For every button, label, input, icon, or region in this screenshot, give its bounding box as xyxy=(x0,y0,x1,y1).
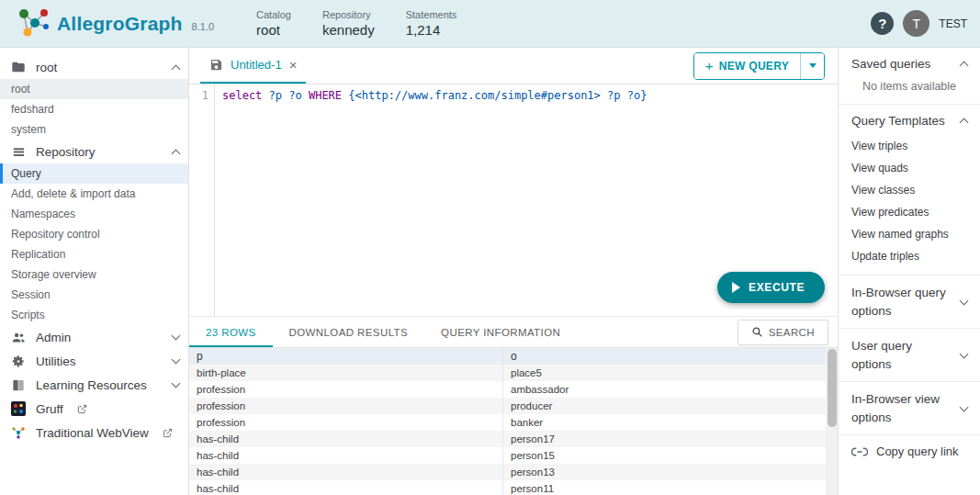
right-sidebar: Saved queries No items available Query T… xyxy=(838,48,980,495)
search-button[interactable]: SEARCH xyxy=(738,320,828,345)
search-label: SEARCH xyxy=(769,327,815,338)
sidebar-item-namespaces[interactable]: Namespaces xyxy=(0,204,188,224)
sidebar-group-learning-resources[interactable]: Learning Resources xyxy=(0,373,188,397)
cell-o: person13 xyxy=(502,464,826,480)
tab-download-results[interactable]: DOWNLOAD RESULTS xyxy=(273,317,425,347)
folder-icon xyxy=(9,60,28,74)
play-icon xyxy=(732,282,740,293)
external-link-icon xyxy=(77,404,87,414)
template-view-predicates[interactable]: View predicates xyxy=(839,201,980,223)
results-table: p o birth-place place5 profession ambass… xyxy=(189,348,838,495)
cell-o: banker xyxy=(502,414,826,431)
chevron-up-icon xyxy=(172,149,181,158)
gear-icon xyxy=(9,354,28,368)
template-view-quads[interactable]: View quads xyxy=(839,157,980,179)
sidebar-group-admin[interactable]: Admin xyxy=(0,325,188,349)
repository-icon xyxy=(9,145,28,159)
sidebar-item-repository-control[interactable]: Repository control xyxy=(0,224,188,244)
sidebar-item-fedshard[interactable]: fedshard xyxy=(0,99,188,119)
cell-p: profession xyxy=(189,400,502,411)
repository-label: Repository xyxy=(322,9,375,20)
chevron-up-icon xyxy=(960,62,969,71)
tab-untitled-1[interactable]: Untitled-1 × xyxy=(200,48,306,84)
sidebar-group-utilities[interactable]: Utilities xyxy=(0,349,188,373)
query-code-line[interactable]: select ?p ?o WHERE {<http://www.franz.co… xyxy=(215,84,654,316)
repo-stats: Catalog root Repository kennedy Statemen… xyxy=(256,9,456,38)
in-browser-query-options-section[interactable]: In-Browser query options xyxy=(839,275,980,328)
saved-queries-header[interactable]: Saved queries xyxy=(839,48,980,78)
cell-o: place5 xyxy=(502,365,826,381)
sidebar-item-storage-overview[interactable]: Storage overview xyxy=(0,264,188,285)
code-keyword: WHERE xyxy=(309,89,342,102)
sidebar-item-add-delete-import[interactable]: Add, delete & import data xyxy=(0,184,188,204)
results-panel: 23 ROWS DOWNLOAD RESULTS QUERY INFORMATI… xyxy=(189,317,838,495)
scrollbar-thumb[interactable] xyxy=(828,349,837,427)
username-label: TEST xyxy=(939,17,967,30)
column-header-o[interactable]: o xyxy=(502,348,826,365)
sidebar-item-scripts[interactable]: Scripts xyxy=(0,305,188,325)
sidebar-item-replication[interactable]: Replication xyxy=(0,244,188,264)
column-header-p[interactable]: p xyxy=(189,350,502,363)
new-query-button[interactable]: + NEW QUERY xyxy=(694,53,800,79)
close-icon[interactable]: × xyxy=(289,58,298,72)
in-browser-view-options-section[interactable]: In-Browser view options xyxy=(839,381,980,434)
sidebar-group-catalog-root[interactable]: root xyxy=(0,55,188,79)
cell-p: has-child xyxy=(189,483,502,494)
new-query-split-button: + NEW QUERY xyxy=(693,52,825,80)
in-browser-query-options-label: In-Browser query options xyxy=(851,284,948,320)
query-tab-bar: Untitled-1 × + NEW QUERY xyxy=(189,48,838,84)
new-query-label: NEW QUERY xyxy=(719,60,789,73)
query-editor[interactable]: 1 select ?p ?o WHERE {<http://www.franz.… xyxy=(189,84,838,317)
sidebar-item-system[interactable]: system xyxy=(0,119,188,140)
sidebar-item-query[interactable]: Query xyxy=(0,163,188,184)
vertical-scrollbar[interactable] xyxy=(826,348,838,495)
new-query-dropdown-button[interactable] xyxy=(800,53,824,79)
line-number-gutter: 1 xyxy=(189,84,215,316)
table-row[interactable]: has-child person11 xyxy=(189,480,826,495)
template-view-classes[interactable]: View classes xyxy=(839,179,980,201)
table-row[interactable]: birth-place place5 xyxy=(189,365,826,381)
code-variables: ?p ?o xyxy=(262,89,309,102)
chevron-down-icon xyxy=(172,379,181,388)
cell-o: ambassador xyxy=(502,381,826,398)
user-query-options-section[interactable]: User query options xyxy=(839,328,980,381)
query-templates-header[interactable]: Query Templates xyxy=(839,105,980,135)
template-update-triples[interactable]: Update triples xyxy=(839,245,980,267)
webview-graph-icon xyxy=(9,425,28,440)
traditional-webview-label: Traditional WebView xyxy=(36,426,149,440)
learning-resources-label: Learning Resources xyxy=(36,378,147,392)
cell-o: person17 xyxy=(502,431,826,447)
repository-value: kennedy xyxy=(322,22,375,38)
template-view-named-graphs[interactable]: View named graphs xyxy=(839,223,980,245)
table-row[interactable]: has-child person15 xyxy=(189,447,826,464)
sidebar-item-gruff[interactable]: Gruff xyxy=(0,397,188,421)
tab-rows[interactable]: 23 ROWS xyxy=(189,317,273,347)
repository-group-label: Repository xyxy=(36,145,96,159)
sidebar-group-repository[interactable]: Repository xyxy=(0,140,188,163)
table-row[interactable]: profession ambassador xyxy=(189,381,826,398)
table-row[interactable]: profession banker xyxy=(189,414,826,431)
catalog-value: root xyxy=(256,22,291,38)
sidebar-item-root[interactable]: root xyxy=(0,79,188,99)
template-view-triples[interactable]: View triples xyxy=(839,135,980,157)
table-row[interactable]: has-child person13 xyxy=(189,464,826,480)
gruff-label: Gruff xyxy=(36,402,63,416)
utilities-group-label: Utilities xyxy=(36,354,76,368)
plus-icon: + xyxy=(705,58,714,73)
table-row[interactable]: has-child person17 xyxy=(189,431,826,447)
copy-query-link[interactable]: Copy query link xyxy=(839,434,980,467)
tab-query-information[interactable]: QUERY INFORMATION xyxy=(424,317,577,347)
results-tab-bar: 23 ROWS DOWNLOAD RESULTS QUERY INFORMATI… xyxy=(189,317,838,348)
catalog-stat: Catalog root xyxy=(256,9,291,38)
execute-button[interactable]: EXECUTE xyxy=(717,272,825,303)
left-sidebar: root root fedshard system Repository Que… xyxy=(0,48,189,495)
table-row[interactable]: profession producer xyxy=(189,398,826,414)
sidebar-item-session[interactable]: Session xyxy=(0,285,188,305)
brand: AllegroGraph 8.1.0 xyxy=(13,5,214,43)
help-icon[interactable]: ? xyxy=(871,12,894,35)
link-icon xyxy=(851,447,868,456)
in-browser-view-options-label: In-Browser view options xyxy=(851,390,948,426)
save-icon[interactable] xyxy=(209,58,223,72)
sidebar-item-traditional-webview[interactable]: Traditional WebView xyxy=(0,421,188,444)
user-avatar[interactable]: T xyxy=(903,10,929,37)
